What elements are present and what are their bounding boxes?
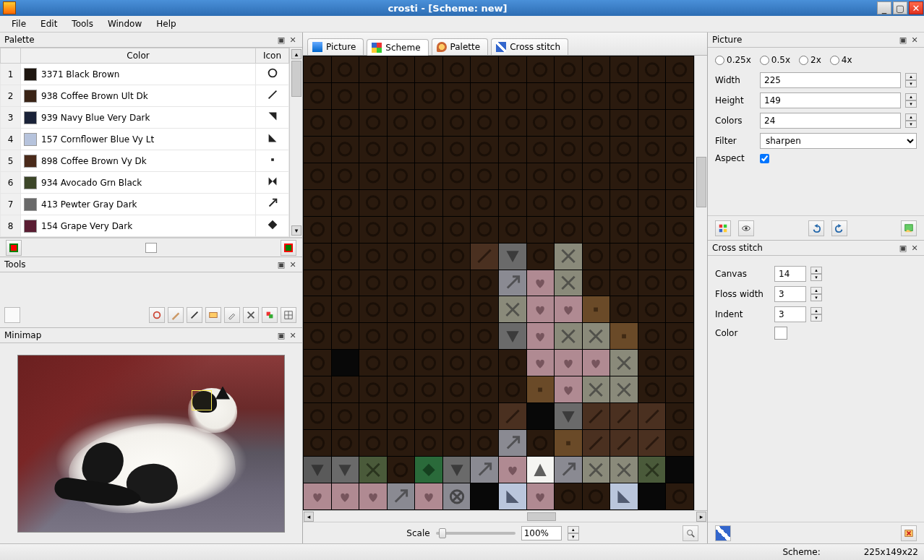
height-spin[interactable]: ▴▾: [905, 93, 917, 108]
stitch-cell[interactable]: [443, 163, 471, 189]
stitch-cell[interactable]: [359, 376, 387, 402]
stitch-cell[interactable]: [388, 430, 415, 456]
menu-edit[interactable]: Edit: [33, 17, 64, 31]
cross-delete-icon[interactable]: [901, 525, 917, 541]
stitch-cell[interactable]: [304, 483, 331, 509]
stitch-cell[interactable]: [638, 403, 666, 429]
stitch-cell[interactable]: [666, 376, 693, 402]
stitch-cell[interactable]: [415, 83, 442, 109]
stitch-cell[interactable]: [638, 483, 666, 509]
stitch-cell[interactable]: [583, 270, 610, 296]
maximize-button[interactable]: ▢: [893, 1, 907, 14]
stitch-cell[interactable]: [415, 350, 442, 376]
undo-icon[interactable]: [808, 220, 824, 236]
stitch-cell[interactable]: [359, 190, 387, 216]
stitch-cell[interactable]: [415, 110, 442, 136]
stitch-cell[interactable]: [332, 190, 359, 216]
stitch-cell[interactable]: [388, 323, 415, 349]
stitch-cell[interactable]: [555, 137, 582, 163]
stitch-cell[interactable]: [304, 376, 331, 402]
stitch-cell[interactable]: [555, 190, 582, 216]
stitch-cell[interactable]: [304, 244, 331, 270]
stitch-cell[interactable]: [638, 190, 666, 216]
palette-swatch-fg-icon[interactable]: [6, 240, 22, 256]
stitch-cell[interactable]: [359, 457, 387, 483]
stitch-cell[interactable]: [388, 376, 415, 402]
stitch-cell[interactable]: [332, 137, 359, 163]
tool-grid-icon[interactable]: [281, 307, 296, 323]
stitch-cell[interactable]: [666, 217, 693, 243]
picture-close-icon[interactable]: ✕: [910, 35, 920, 45]
minimap-float-icon[interactable]: ▣: [276, 330, 286, 340]
stitch-cell[interactable]: [555, 403, 582, 429]
stitch-cell[interactable]: [610, 457, 638, 483]
canvas-hscroll[interactable]: ◂▸: [303, 510, 707, 522]
stitch-cell[interactable]: [499, 483, 526, 509]
stitch-cell[interactable]: [415, 56, 442, 82]
tool-circle-icon[interactable]: [149, 307, 165, 323]
stitch-cell[interactable]: [610, 137, 638, 163]
stitch-cell[interactable]: [583, 483, 610, 509]
stitch-cell[interactable]: [359, 217, 387, 243]
indent-spin[interactable]: ▴▾: [810, 307, 822, 322]
tool-erase-icon[interactable]: [243, 307, 259, 323]
stitch-cell[interactable]: [555, 244, 582, 270]
stitch-cell[interactable]: [415, 163, 442, 189]
width-input[interactable]: [760, 72, 901, 88]
stitch-cell[interactable]: [471, 296, 498, 322]
tab-picture[interactable]: Picture: [307, 38, 364, 55]
stitch-cell[interactable]: [359, 270, 387, 296]
stitch-cell[interactable]: [527, 83, 555, 109]
stitch-cell[interactable]: [527, 110, 555, 136]
stitch-cell[interactable]: [471, 483, 498, 509]
stitch-cell[interactable]: [332, 430, 359, 456]
width-spin[interactable]: ▴▾: [905, 73, 917, 87]
stitch-cell[interactable]: [388, 483, 415, 509]
palette-current-color[interactable]: [145, 243, 157, 253]
tool-fill-icon[interactable]: [205, 307, 221, 323]
stitch-cell[interactable]: [666, 163, 693, 189]
stitch-cell[interactable]: [527, 403, 555, 429]
cross-preview-icon[interactable]: [715, 525, 731, 541]
stitch-cell[interactable]: [638, 83, 666, 109]
stitch-cell[interactable]: [415, 137, 442, 163]
stitch-cell[interactable]: [471, 270, 498, 296]
stitch-cell[interactable]: [388, 56, 415, 82]
stitch-cell[interactable]: [388, 350, 415, 376]
stitch-cell[interactable]: [443, 323, 471, 349]
eye-icon[interactable]: [738, 220, 754, 236]
stitch-cell[interactable]: [527, 270, 555, 296]
palette-scrollbar[interactable]: ▴ ▾: [289, 48, 302, 237]
stitch-cell[interactable]: [499, 376, 526, 402]
stitch-cell[interactable]: [666, 190, 693, 216]
stitch-cell[interactable]: [304, 296, 331, 322]
stitch-cell[interactable]: [304, 457, 331, 483]
stitch-cell[interactable]: [610, 270, 638, 296]
stitch-cell[interactable]: [638, 137, 666, 163]
stitch-cell[interactable]: [359, 323, 387, 349]
stitch-cell[interactable]: [304, 190, 331, 216]
cross-close-icon[interactable]: ✕: [910, 243, 920, 253]
stitch-cell[interactable]: [638, 56, 666, 82]
stitch-cell[interactable]: [666, 403, 693, 429]
stitch-cell[interactable]: [583, 457, 610, 483]
stitch-cell[interactable]: [499, 56, 526, 82]
stitch-cell[interactable]: [638, 323, 666, 349]
stitch-cell[interactable]: [388, 137, 415, 163]
stitch-cell[interactable]: [359, 403, 387, 429]
stitch-cell[interactable]: [332, 244, 359, 270]
stitch-cell[interactable]: [666, 483, 693, 509]
stitch-cell[interactable]: [388, 270, 415, 296]
stitch-cell[interactable]: [443, 56, 471, 82]
canvas-input[interactable]: [774, 266, 806, 282]
stitch-cell[interactable]: [610, 190, 638, 216]
tool-pencil-icon[interactable]: [168, 307, 184, 323]
stitch-cell[interactable]: [499, 323, 526, 349]
stitch-cell[interactable]: [610, 110, 638, 136]
stitch-cell[interactable]: [359, 83, 387, 109]
stitch-cell[interactable]: [583, 323, 610, 349]
menu-help[interactable]: Help: [149, 17, 183, 31]
stitch-cell[interactable]: [471, 137, 498, 163]
stitch-cell[interactable]: [666, 296, 693, 322]
stitch-cell[interactable]: [666, 350, 693, 376]
